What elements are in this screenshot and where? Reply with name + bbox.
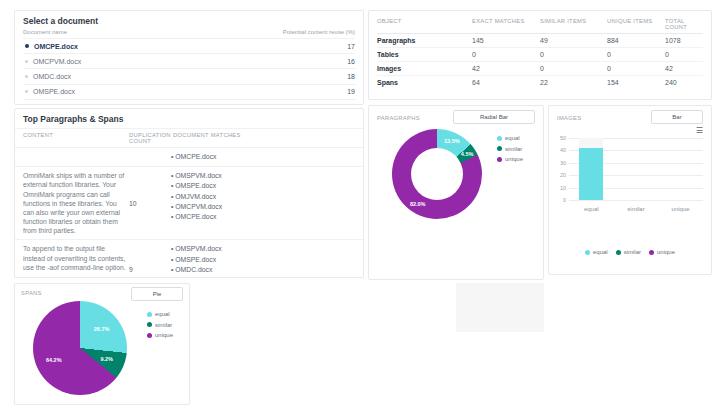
legend-item-unique[interactable]: unique (649, 249, 675, 255)
slice-label: 4.5% (461, 151, 474, 157)
top-paragraphs-spans-panel: Top Paragraphs & Spans CONTENT DUPLICATI… (14, 108, 364, 278)
summary-table: OBJECT EXACT MATCHES SIMILAR ITEMS UNIQU… (377, 14, 703, 89)
bar-equal (579, 148, 603, 200)
unique-value: 0 (607, 62, 665, 76)
images-chart-type-select[interactable]: Bar (651, 110, 703, 124)
table-row: OmniMark ships with a number of external… (15, 167, 363, 240)
y-tick: 0 (552, 197, 566, 203)
document-similarity-dashboard: Select a document Document name Potentia… (0, 0, 720, 408)
matches-cell: OMCPE.docx (171, 152, 363, 162)
similar-value: 0 (540, 48, 607, 62)
match-item: OMSPVM.docx (171, 244, 363, 254)
legend-item-similar[interactable]: similar (497, 146, 523, 152)
unique-value: 0 (607, 48, 665, 62)
reuse-value: 17 (347, 43, 355, 50)
exact-value: 64 (472, 76, 540, 89)
y-tick: 30 (552, 160, 566, 166)
slice-label: 82.0% (410, 201, 426, 207)
legend-item-equal[interactable]: equal (585, 249, 608, 255)
exact-value: 42 (472, 62, 540, 76)
legend-item-equal[interactable]: equal (497, 135, 523, 141)
y-tick: 40 (552, 147, 566, 153)
legend-item-similar[interactable]: similar (147, 322, 173, 328)
images-chart-panel: IMAGES Bar ☰ 50 40 30 20 10 0 equal simi… (548, 105, 712, 275)
x-label-equal: equal (584, 206, 599, 212)
slice-label: 9.2% (100, 356, 113, 362)
document-row-omdc[interactable]: OMDC.docx 18 (23, 68, 355, 83)
unique-dot-icon (649, 250, 654, 255)
document-name: OMDC.docx (33, 73, 71, 80)
match-item: OMSPE.docx (171, 181, 363, 191)
column-label-content-reuse: Potential content reuse (%) (283, 29, 355, 35)
legend-item-equal[interactable]: equal (147, 311, 173, 317)
total-value: 42 (665, 62, 703, 76)
reuse-value: 18 (347, 73, 355, 80)
y-tick: 20 (552, 172, 566, 178)
document-selector-title: Select a document (23, 16, 355, 26)
document-row-omspvm[interactable]: OMSPVM.docx 14 (23, 99, 355, 105)
matches-cell: OMSPVM.docx OMSPE.docx OMJVM.docx OMCPVM… (171, 171, 363, 235)
paragraphs-chart-title: PARAGRAPHS (377, 115, 420, 121)
donut-hole (411, 148, 463, 200)
total-value: 0 (665, 48, 703, 62)
total-value: 1078 (665, 34, 703, 48)
exact-value: 145 (472, 34, 540, 48)
table-row: To append to the output file instead of … (15, 240, 363, 278)
slice-label: 26.7% (94, 326, 110, 332)
matches-table-header: CONTENT DUPLICATION COUNT DOCUMENT MATCH… (15, 129, 363, 148)
unique-value: 884 (607, 34, 665, 48)
slice-label: 13.5% (444, 138, 460, 144)
bar-highlight (579, 138, 603, 148)
unique-dot-icon (147, 333, 152, 338)
match-item: OMSPE.docx (171, 255, 363, 265)
spans-chart-type-select[interactable]: Pie (131, 287, 183, 301)
document-selector-panel: Select a document Document name Potentia… (14, 10, 364, 105)
row-label: Paragraphs (377, 34, 472, 48)
match-item: OMDC.docx (171, 265, 363, 275)
images-legend: equal similar unique (549, 249, 711, 255)
equal-dot-icon (497, 136, 502, 141)
equal-dot-icon (585, 250, 590, 255)
document-row-omcpe[interactable]: OMCPE.docx 17 (23, 38, 355, 53)
header-content: CONTENT (15, 132, 127, 144)
legend-item-unique[interactable]: unique (497, 156, 523, 162)
legend-label: equal (593, 249, 608, 255)
spans-pie-chart: 26.7%9.2%64.2% (33, 301, 127, 395)
reuse-value: 14 (347, 103, 355, 105)
similar-value: 49 (540, 34, 607, 48)
match-item: OMJVM.docx (171, 192, 363, 202)
legend-label: equal (505, 135, 520, 141)
similar-dot-icon (616, 250, 621, 255)
equal-dot-icon (147, 312, 152, 317)
bullet-icon (25, 60, 28, 63)
reuse-value: 16 (347, 58, 355, 65)
document-name: OMSPE.docx (33, 88, 75, 95)
content-cell: To append to the output file instead of … (15, 244, 127, 278)
legend-item-similar[interactable]: similar (616, 249, 641, 255)
spans-chart-panel: SPANS Pie 26.7%9.2%64.2% equal similar u… (14, 283, 190, 405)
match-item: OMCPVM.docx (171, 202, 363, 212)
count-cell: 10 (127, 199, 171, 208)
spans-chart-title: SPANS (21, 290, 42, 296)
legend-label: similar (155, 322, 172, 328)
paragraphs-chart-type-select[interactable]: Radial Bar (453, 110, 535, 124)
match-item: OMCPVM.docx (171, 275, 363, 278)
document-row-omspe[interactable]: OMSPE.docx 19 (23, 84, 355, 99)
document-name: OMCPVM.docx (33, 58, 81, 65)
images-chart-title: IMAGES (557, 115, 581, 121)
row-label: Tables (377, 48, 472, 62)
x-label-unique: unique (672, 206, 690, 212)
header-unique-items: UNIQUE ITEMS (607, 14, 665, 34)
unique-dot-icon (497, 157, 502, 162)
header-document-matches: DOCUMENT MATCHES (171, 132, 363, 144)
reuse-value: 19 (347, 88, 355, 95)
header-similar-items: SIMILAR ITEMS (540, 14, 607, 34)
bullet-icon (25, 75, 28, 78)
images-bar-plot: 50 40 30 20 10 0 equal similar unique (569, 138, 703, 200)
legend-item-unique[interactable]: unique (147, 332, 173, 338)
legend-label: unique (505, 156, 523, 162)
document-row-omcpvm[interactable]: OMCPVM.docx 16 (23, 53, 355, 68)
chart-menu-icon[interactable]: ☰ (696, 127, 703, 135)
row-label: Images (377, 62, 472, 76)
slice-label: 64.2% (46, 357, 62, 363)
